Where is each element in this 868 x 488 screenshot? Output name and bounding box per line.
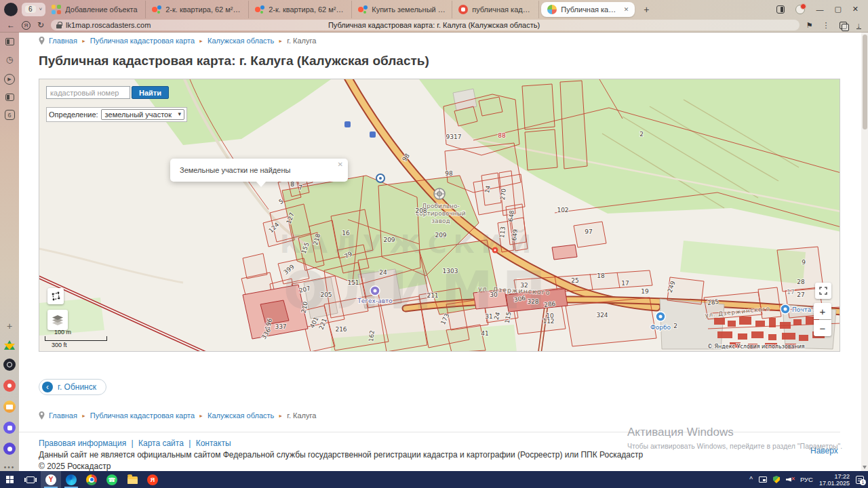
taskbar-yandex-browser[interactable]: Y — [41, 471, 61, 488]
play-icon[interactable]: ▶ — [4, 74, 15, 85]
menu-dots-icon[interactable]: ⋮ — [823, 21, 830, 30]
alice-icon[interactable] — [3, 443, 16, 455]
minimize-button[interactable]: — — [816, 5, 823, 14]
footer-link-contacts[interactable]: Контакты — [196, 439, 231, 448]
footer-copyright: © 2025 Роскадастр — [39, 462, 861, 471]
new-tab-button[interactable]: + — [644, 4, 649, 15]
tab-0[interactable]: Добавление объекта — [45, 1, 146, 18]
chevron-down-icon: ˅ — [39, 6, 43, 12]
taskbar-yandex-app[interactable]: Я — [142, 471, 163, 488]
task-view-button[interactable] — [20, 471, 41, 488]
map-container[interactable]: КАЛУЖСКИЙ ОЛИМП ул. Дзержинского ул. Дзе… — [39, 79, 840, 352]
tooltip-text: Земельные участки не найдены — [180, 166, 290, 174]
messenger-icon[interactable] — [3, 422, 16, 434]
parcel-number: 337 — [275, 323, 286, 330]
tab-5-active[interactable]: Публичная кадастров ✕ — [541, 2, 635, 17]
screenshot-icon[interactable] — [5, 94, 14, 101]
tab-count-control[interactable]: 6 ˅ — [22, 3, 45, 16]
parcel-number: 328 — [527, 298, 538, 305]
mail-icon[interactable] — [3, 401, 16, 413]
breadcrumb-link-home[interactable]: Главная — [49, 37, 77, 45]
activation-subtitle: Чтобы активировать Windows, перейдите в … — [627, 442, 842, 450]
search-input[interactable] — [46, 86, 130, 99]
breadcrumb-link-map[interactable]: Публичная кадастровая карта — [90, 37, 195, 45]
volume-muted-icon[interactable]: ✕ — [786, 476, 794, 483]
filter-select[interactable]: земельный участок ▾ — [101, 109, 184, 120]
tab-title: Добавление объекта — [65, 5, 137, 14]
activation-title: Активация Windows — [627, 426, 842, 439]
parcel-number: 648 — [507, 209, 515, 222]
footer-link-legal[interactable]: Правовая информация — [39, 439, 126, 448]
fullscreen-button[interactable] — [815, 283, 831, 299]
scrollbar-thumb[interactable] — [863, 35, 867, 129]
page-heading: Публичная кадастровая карта: г. Калуга (… — [39, 54, 861, 68]
maps-app-icon[interactable] — [3, 380, 16, 392]
measure-tool-button[interactable] — [47, 288, 64, 304]
back-city-button[interactable]: ‹ г. Обнинск — [39, 379, 106, 395]
parcel-number: 2 — [639, 131, 644, 138]
system-tray: ^ ✕ РУС 17:22 17.01.2025 1 — [749, 473, 868, 487]
scrollbar-down-arrow[interactable] — [863, 466, 867, 469]
tabs-count-icon[interactable]: 6 — [5, 110, 15, 120]
cast-icon[interactable] — [759, 476, 767, 483]
layers-button[interactable] — [47, 310, 68, 330]
taskbar-chrome[interactable] — [81, 471, 102, 488]
parcel-number: 30 — [490, 291, 498, 298]
taskbar-whatsapp[interactable]: ☎ — [102, 471, 122, 488]
start-button[interactable] — [0, 471, 20, 488]
breadcrumb-link-home[interactable]: Главная — [49, 411, 77, 420]
more-icon[interactable]: ••• — [4, 464, 16, 471]
tab-title: публичная кадастровая к — [472, 5, 532, 14]
tab-2[interactable]: 2-к. квартира, 62 м², 1/9 — [249, 1, 352, 18]
bookmark-icon[interactable]: ⚑ — [806, 21, 813, 30]
close-tab-icon[interactable]: ✕ — [624, 6, 629, 13]
zoom-in-button[interactable]: + — [814, 303, 831, 319]
filter-value: земельный участок — [105, 110, 172, 119]
yandex-search-icon[interactable]: Я — [22, 21, 31, 30]
refresh-icon[interactable]: ↻ — [37, 20, 44, 30]
taskbar-edge[interactable] — [61, 471, 81, 488]
footer-link-sitemap[interactable]: Карта сайта — [138, 439, 184, 448]
parcel-number: 28 — [797, 279, 805, 285]
tray-chevron-icon[interactable]: ^ — [749, 476, 753, 483]
tooltip-close-icon[interactable]: ✕ — [338, 161, 343, 168]
notifications-icon[interactable]: 1 — [856, 476, 864, 484]
footer-disclaimer: Данный сайт не является официальным сайт… — [39, 450, 861, 460]
panels-icon[interactable] — [5, 38, 14, 45]
defender-shield-icon[interactable] — [773, 476, 780, 483]
google-drive-icon[interactable] — [4, 340, 15, 350]
parcel-number: 27 — [797, 291, 804, 298]
maximize-button[interactable]: ▢ — [834, 5, 841, 14]
parcel-number: 286 — [544, 300, 556, 308]
notification-badge: 1 — [860, 479, 866, 485]
history-icon[interactable]: ◷ — [4, 54, 15, 65]
language-indicator[interactable]: РУС — [800, 476, 813, 483]
search-button[interactable]: Найти — [132, 86, 169, 99]
parcel-number: 649 — [511, 228, 519, 241]
side-panel-icon[interactable] — [776, 5, 785, 14]
browser-menu-button[interactable] — [4, 3, 18, 16]
close-button[interactable]: ✕ — [852, 5, 859, 14]
tab-3[interactable]: Купить земельный участ — [352, 1, 452, 18]
breadcrumb-link-region[interactable]: Калужская область — [208, 37, 274, 45]
cadastral-search: Найти — [46, 86, 169, 99]
taskbar-explorer[interactable] — [122, 471, 142, 488]
profile-icon[interactable] — [795, 5, 805, 14]
parcel-number: 19 — [641, 288, 649, 295]
download-icon[interactable]: ↓ — [856, 22, 862, 29]
add-panel-icon[interactable]: + — [4, 321, 15, 331]
taskbar-clock[interactable]: 17:22 17.01.2025 — [819, 473, 850, 487]
breadcrumb-link-map[interactable]: Публичная кадастровая карта — [90, 411, 195, 420]
parcel-number: 88 — [498, 132, 506, 139]
breadcrumb-link-region[interactable]: Калужская область — [208, 411, 274, 420]
tab-4[interactable]: публичная кадастровая к — [452, 1, 539, 18]
tab-1[interactable]: 2-к. квартира, 62 м², 1/9 — [146, 1, 249, 18]
dark-app-icon[interactable] — [3, 359, 16, 371]
measure-icon — [51, 291, 60, 301]
page-scrollbar[interactable] — [861, 33, 868, 471]
back-icon[interactable]: ← — [7, 20, 15, 30]
url-field[interactable]: lk1map.roscadasters.com — [51, 20, 800, 30]
map-attribution[interactable]: © Яндекс Условия использования — [707, 344, 805, 350]
collections-icon[interactable] — [840, 22, 847, 29]
zoom-out-button[interactable]: − — [814, 320, 831, 336]
